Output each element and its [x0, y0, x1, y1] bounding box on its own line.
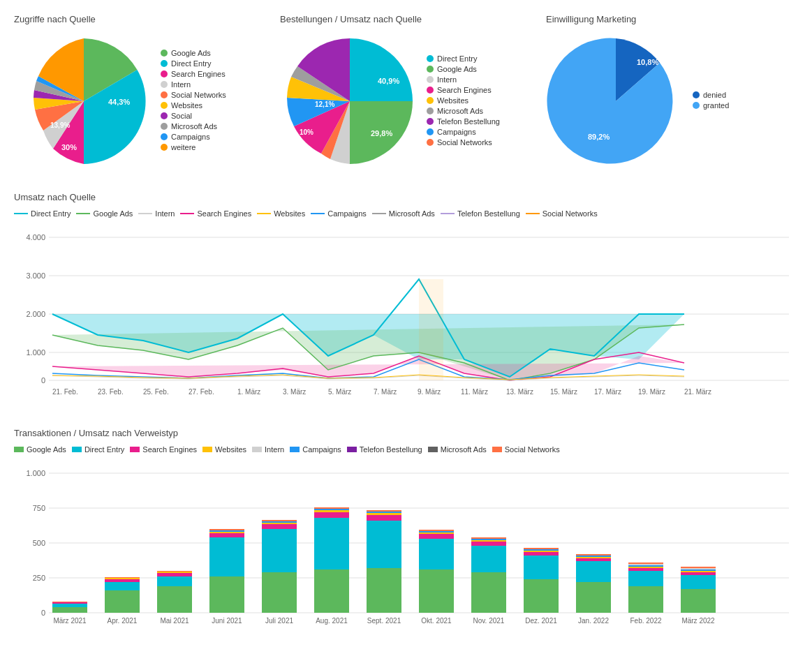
svg-rect-118: [576, 556, 611, 557]
svg-rect-77: [262, 520, 297, 521]
svg-text:23. Feb.: 23. Feb.: [98, 388, 124, 396]
svg-text:3. März: 3. März: [283, 388, 306, 396]
svg-text:21. Feb.: 21. Feb.: [52, 388, 78, 396]
bar-chart-legend: Google Ads Direct Entry Search Engines W…: [14, 445, 798, 454]
svg-rect-86: [367, 568, 401, 613]
svg-rect-96: [419, 532, 454, 534]
svg-rect-90: [367, 512, 401, 513]
legend-google-ads: Google Ads: [161, 49, 226, 57]
svg-text:500: 500: [33, 539, 45, 547]
svg-rect-129: [681, 589, 716, 613]
svg-rect-50: [52, 602, 87, 604]
svg-rect-117: [576, 557, 611, 558]
svg-rect-97: [419, 531, 454, 532]
svg-rect-95: [419, 534, 454, 539]
zugriffe-chart-section: Zugriffe nach Quelle: [14, 14, 266, 171]
svg-rect-114: [576, 582, 611, 613]
svg-rect-111: [524, 549, 559, 551]
bar-chart-title: Transaktionen / Umsatz nach Verweistyp: [14, 428, 798, 438]
svg-text:1.000: 1.000: [26, 469, 45, 477]
svg-rect-115: [576, 561, 611, 582]
svg-text:Mai 2021: Mai 2021: [160, 617, 189, 625]
svg-rect-132: [681, 571, 716, 572]
svg-text:5. März: 5. März: [328, 388, 351, 396]
svg-rect-61: [157, 573, 192, 576]
legend-search-engines: Search Engines: [161, 70, 226, 78]
line-chart-title: Umsatz nach Quelle: [14, 192, 798, 202]
svg-text:Juni 2021: Juni 2021: [212, 617, 242, 625]
line-chart-legend: Direct Entry Google Ads Intern Search En…: [14, 209, 798, 218]
line-chart-svg: 4.000 3.000 2.000 1.000 0 21. Feb. 23. F…: [14, 223, 796, 405]
svg-rect-66: [209, 537, 244, 576]
svg-text:1. März: 1. März: [237, 388, 260, 396]
svg-rect-105: [471, 537, 506, 539]
legend-intern: Intern: [161, 80, 226, 89]
svg-text:250: 250: [33, 574, 45, 582]
svg-rect-75: [262, 523, 297, 524]
svg-rect-126: [628, 564, 663, 565]
svg-rect-74: [262, 524, 297, 529]
svg-rect-53: [105, 590, 140, 613]
svg-rect-131: [681, 572, 716, 575]
bestellungen-chart-section: Bestellungen / Umsatz nach Quelle: [280, 14, 532, 171]
svg-rect-104: [471, 539, 506, 540]
svg-text:25. Feb.: 25. Feb.: [143, 388, 169, 396]
svg-rect-55: [105, 579, 140, 582]
line-chart-section: Umsatz nach Quelle Direct Entry Google A…: [14, 192, 798, 407]
svg-text:0: 0: [41, 609, 45, 617]
legend-weitere: weitere: [161, 143, 226, 151]
svg-rect-110: [524, 551, 559, 552]
legend-direct-entry: Direct Entry: [161, 59, 226, 68]
svg-text:21. März: 21. März: [684, 388, 711, 396]
legend-microsoft-ads: Microsoft Ads: [161, 122, 226, 131]
svg-rect-103: [471, 540, 506, 542]
zugriffe-pie-container: 44,3% 30% 13,9% Google Ads Direct Entry …: [14, 31, 266, 171]
svg-rect-72: [262, 572, 297, 613]
legend-social: Social: [161, 112, 226, 120]
bar-chart-section: Transaktionen / Umsatz nach Verweistyp G…: [14, 428, 798, 663]
svg-rect-130: [681, 575, 716, 589]
svg-text:2.000: 2.000: [26, 310, 45, 318]
svg-text:10,8%: 10,8%: [637, 58, 658, 66]
svg-text:30%: 30%: [61, 143, 77, 151]
svg-text:13,9%: 13,9%: [50, 121, 70, 129]
svg-rect-112: [524, 548, 559, 549]
svg-text:13. März: 13. März: [506, 388, 533, 396]
einwilligung-pie-svg: 10,8% 89,2%: [546, 31, 686, 171]
svg-rect-121: [628, 586, 663, 613]
svg-text:44,3%: 44,3%: [108, 98, 130, 106]
svg-rect-81: [314, 512, 349, 518]
bestellungen-legend: Direct Entry Google Ads Intern Search En…: [427, 54, 500, 149]
svg-text:Okt. 2021: Okt. 2021: [421, 617, 452, 625]
zugriffe-legend: Google Ads Direct Entry Search Engines I…: [161, 49, 226, 154]
svg-text:750: 750: [33, 504, 45, 512]
legend-social-networks: Social Networks: [161, 91, 226, 99]
svg-rect-73: [262, 529, 297, 572]
bar-chart-svg: 1.000 750 500 250 0 März 2021: [14, 459, 796, 663]
svg-text:März 2021: März 2021: [53, 617, 87, 625]
bestellungen-pie-svg: 40,9% 29,8% 10% 12,1%: [280, 31, 420, 171]
svg-rect-109: [524, 552, 559, 556]
svg-text:Nov. 2021: Nov. 2021: [473, 617, 505, 625]
bestellungen-title: Bestellungen / Umsatz nach Quelle: [280, 14, 532, 24]
svg-text:12,1%: 12,1%: [315, 100, 334, 108]
svg-rect-116: [576, 558, 611, 561]
zugriffe-title: Zugriffe nach Quelle: [14, 14, 266, 24]
svg-rect-59: [157, 586, 192, 613]
svg-rect-83: [314, 509, 349, 510]
svg-rect-102: [471, 542, 506, 546]
svg-text:11. März: 11. März: [461, 388, 488, 396]
svg-text:40,9%: 40,9%: [378, 77, 399, 85]
svg-rect-93: [419, 569, 454, 613]
svg-rect-57: [105, 577, 140, 578]
svg-rect-101: [471, 546, 506, 572]
svg-text:Aug. 2021: Aug. 2021: [316, 617, 348, 625]
svg-rect-49: [52, 604, 87, 607]
svg-rect-94: [419, 539, 454, 569]
svg-rect-54: [105, 582, 140, 590]
svg-rect-107: [524, 579, 559, 613]
svg-rect-82: [314, 510, 349, 512]
svg-rect-123: [628, 568, 663, 571]
svg-rect-79: [314, 569, 349, 613]
svg-rect-89: [367, 513, 401, 515]
